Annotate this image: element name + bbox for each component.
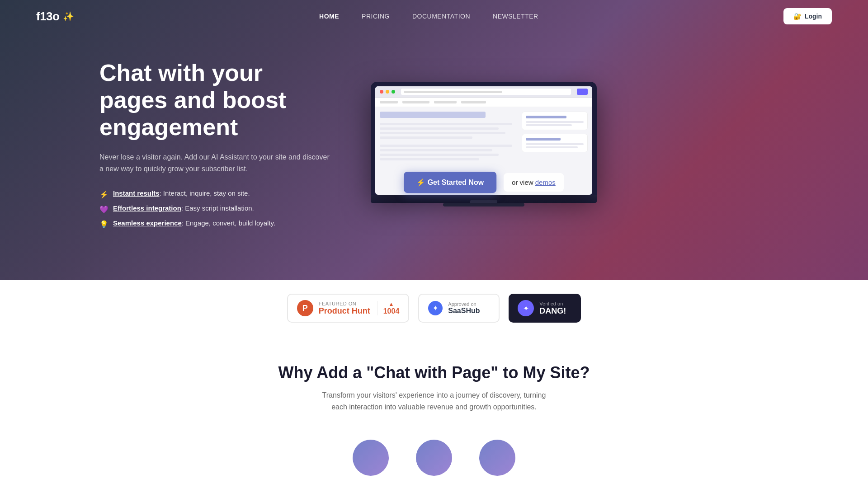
- ph-logo-icon: P: [297, 300, 313, 316]
- hero-content: Chat with your pages and boost engagemen…: [0, 33, 868, 265]
- nav-links: HOME PRICING DOCUMENTATION NEWSLETTER: [319, 13, 538, 20]
- why-card-icon-3: [479, 440, 515, 476]
- saashub-label: Approved on: [448, 301, 480, 307]
- why-title: Why Add a "Chat with Page" to My Site?: [36, 363, 832, 382]
- feature-item-1: ⚡ Instant results: Interact, inquire, st…: [99, 189, 335, 199]
- dang-text: Verified on DANG!: [539, 301, 566, 316]
- hero-title: Chat with your pages and boost engagemen…: [99, 60, 335, 141]
- feature-text-3: Seamless experience: Engage, convert, bu…: [113, 219, 275, 227]
- why-card-icon-1: [353, 440, 389, 476]
- navbar: f13o ✨ HOME PRICING DOCUMENTATION NEWSLE…: [0, 0, 868, 33]
- login-label: Login: [805, 13, 822, 20]
- badge-dang[interactable]: ✦ Verified on DANG!: [509, 294, 581, 323]
- ph-label: FEATURED ON: [319, 301, 370, 306]
- why-card-3: [479, 440, 515, 483]
- why-card-1: [353, 440, 389, 483]
- dang-label: Verified on: [539, 301, 566, 306]
- why-section: Why Add a "Chat with Page" to My Site? T…: [0, 336, 868, 488]
- ph-number: 1004: [383, 307, 400, 315]
- ph-text: FEATURED ON Product Hunt: [319, 301, 370, 316]
- saashub-name: SaaSHub: [448, 307, 480, 315]
- ph-name: Product Hunt: [319, 306, 370, 316]
- why-subtitle: Transform your visitors' experience into…: [321, 389, 547, 413]
- badge-saashub[interactable]: ✦ Approved on SaaSHub: [418, 294, 500, 323]
- why-cards: [36, 440, 832, 483]
- feature-text-1: Instant results: Interact, inquire, stay…: [113, 189, 250, 197]
- saashub-logo-icon: ✦: [428, 301, 443, 315]
- nav-newsletter[interactable]: NEWSLETTER: [493, 13, 538, 20]
- logo-star: ✨: [63, 11, 74, 22]
- nav-home[interactable]: HOME: [319, 13, 339, 20]
- logo-text: f13o: [36, 9, 59, 23]
- dang-name: DANG!: [539, 306, 566, 316]
- ph-count: ▲ 1004: [377, 301, 400, 315]
- feature-item-3: 💡 Seamless experience: Engage, convert, …: [99, 219, 335, 229]
- feature-icon-3: 💡: [99, 220, 108, 229]
- feature-item-2: 💜 Effortless integration: Easy script in…: [99, 204, 335, 214]
- feature-icon-2: 💜: [99, 205, 108, 214]
- badge-producthunt[interactable]: P FEATURED ON Product Hunt ▲ 1004: [287, 294, 410, 323]
- nav-pricing[interactable]: PRICING: [362, 13, 390, 20]
- feature-text-2: Effortless integration: Easy script inst…: [113, 204, 254, 212]
- feature-link-3[interactable]: Seamless experience: [113, 219, 182, 227]
- ph-arrow: ▲: [389, 301, 394, 307]
- nav-documentation[interactable]: DOCUMENTATION: [412, 13, 470, 20]
- login-icon: 🔐: [793, 13, 801, 20]
- demos-link[interactable]: demos: [535, 178, 556, 186]
- hero-text: Chat with your pages and boost engagemen…: [99, 60, 335, 229]
- hero-section: f13o ✨ HOME PRICING DOCUMENTATION NEWSLE…: [0, 0, 868, 280]
- badges-section: P FEATURED ON Product Hunt ▲ 1004 ✦ Appr…: [0, 280, 868, 336]
- feature-icon-1: ⚡: [99, 190, 108, 199]
- hero-image: ⚡ Get Started Now or view demos: [371, 82, 597, 206]
- feature-list: ⚡ Instant results: Interact, inquire, st…: [99, 189, 335, 229]
- hero-subtitle: Never lose a visitor again. Add our AI A…: [99, 151, 335, 174]
- feature-link-2[interactable]: Effortless integration: [113, 204, 181, 212]
- why-card-2: [416, 440, 452, 483]
- demos-cta: or view demos: [504, 173, 564, 192]
- logo[interactable]: f13o ✨: [36, 9, 74, 23]
- login-button[interactable]: 🔐 Login: [783, 8, 832, 24]
- get-started-button[interactable]: ⚡ Get Started Now: [404, 172, 496, 193]
- dang-logo-icon: ✦: [518, 300, 534, 316]
- feature-link-1[interactable]: Instant results: [113, 189, 160, 197]
- saashub-text: Approved on SaaSHub: [448, 301, 480, 315]
- why-card-icon-2: [416, 440, 452, 476]
